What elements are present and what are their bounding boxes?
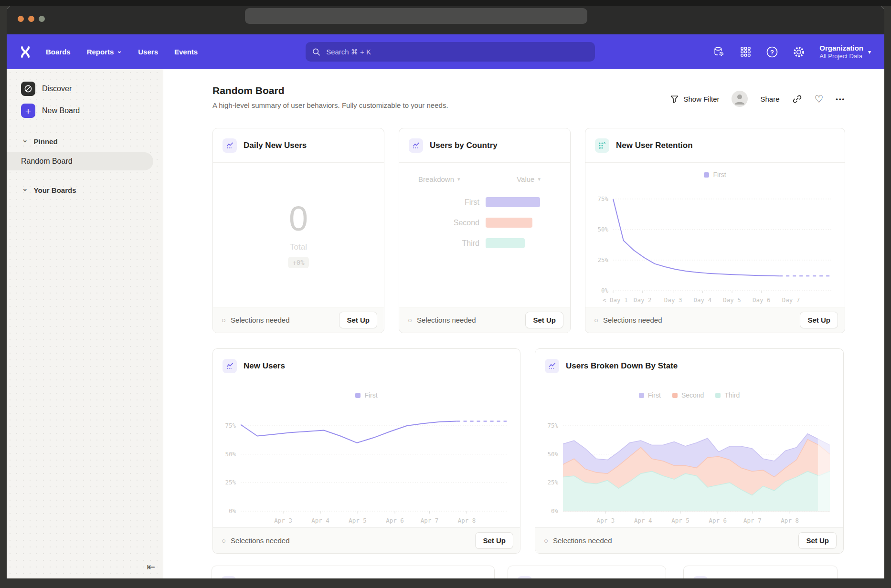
status-circle-icon: ○ bbox=[408, 316, 412, 324]
svg-text:50%: 50% bbox=[225, 451, 236, 458]
set-up-button[interactable]: Set Up bbox=[525, 312, 563, 328]
table-row: First bbox=[399, 192, 570, 212]
data-management-icon[interactable] bbox=[712, 46, 725, 58]
chart-legend: First bbox=[585, 163, 845, 179]
sidebar-item-label: New Board bbox=[42, 106, 80, 115]
nav-menu: Boards Reports ⌄ Users Events bbox=[46, 48, 198, 56]
nav-item-events[interactable]: Events bbox=[174, 48, 198, 56]
page-title: Random Board bbox=[212, 85, 448, 96]
nav-item-label: Events bbox=[174, 48, 198, 56]
svg-text:Day 2: Day 2 bbox=[634, 296, 652, 304]
legend-entry: Second bbox=[672, 391, 704, 399]
card-stacked-line-graph: Stacked Line Graph bbox=[212, 566, 495, 578]
status-circle-icon: ○ bbox=[222, 316, 226, 324]
set-up-button[interactable]: Set Up bbox=[339, 312, 377, 328]
sidebar-collapse-button[interactable]: ⇤ bbox=[147, 561, 155, 573]
nav-item-users[interactable]: Users bbox=[138, 48, 158, 56]
metric-label: Total bbox=[290, 242, 307, 252]
sidebar-item-label: Discover bbox=[42, 84, 72, 93]
retention-grid-icon bbox=[595, 138, 609, 153]
url-bar[interactable] bbox=[245, 8, 587, 24]
card-status: ○ Selections needed bbox=[408, 316, 476, 324]
global-search[interactable] bbox=[306, 42, 595, 62]
table-row: Third bbox=[399, 233, 570, 253]
favorite-heart-icon[interactable]: ♡ bbox=[815, 94, 824, 104]
svg-text:Day 3: Day 3 bbox=[664, 296, 682, 304]
card-status: ○ Selections needed bbox=[222, 536, 290, 545]
caret-down-icon: ▾ bbox=[457, 176, 460, 182]
svg-text:25%: 25% bbox=[597, 256, 608, 263]
svg-text:Apr 6: Apr 6 bbox=[386, 517, 404, 524]
sidebar-item-label: Random Board bbox=[21, 157, 73, 166]
org-project-switcher[interactable]: Organization All Project Data ▾ bbox=[819, 43, 871, 60]
set-up-button[interactable]: Set Up bbox=[475, 532, 513, 549]
svg-text:Apr 4: Apr 4 bbox=[634, 517, 652, 524]
plus-icon: + bbox=[21, 104, 35, 118]
show-filter-button[interactable]: Show Filter bbox=[670, 94, 719, 104]
retention-line-chart: 0%25%50%75%< Day 1Day 2Day 3Day 4Day 5Da… bbox=[585, 187, 845, 307]
set-up-button[interactable]: Set Up bbox=[798, 532, 837, 549]
svg-text:75%: 75% bbox=[225, 422, 236, 429]
search-icon bbox=[312, 48, 320, 56]
nav-right-group: ? Organization All Project Data ▾ bbox=[712, 34, 871, 69]
chevron-down-icon: ⌄ bbox=[22, 137, 28, 142]
svg-text:Day 5: Day 5 bbox=[723, 296, 741, 304]
link-icon bbox=[792, 94, 802, 104]
legend-entry: Third bbox=[715, 391, 740, 399]
svg-text:0%: 0% bbox=[229, 507, 236, 514]
apps-grid-icon[interactable] bbox=[739, 46, 752, 58]
sidebar-item-random-board[interactable]: Random Board bbox=[7, 152, 153, 170]
more-options-button[interactable]: ••• bbox=[836, 95, 845, 103]
line-chart-icon bbox=[222, 576, 236, 578]
mixpanel-logo-icon[interactable] bbox=[19, 46, 32, 58]
value-bar bbox=[486, 197, 540, 207]
card-title: Users by Country bbox=[430, 141, 498, 150]
sidebar-section-label: Your Boards bbox=[34, 186, 76, 194]
nav-item-boards[interactable]: Boards bbox=[46, 48, 71, 56]
help-icon[interactable]: ? bbox=[766, 46, 778, 58]
metric-delta-badge: ↑0% bbox=[288, 257, 308, 268]
breakdown-dropdown[interactable]: Breakdown ▾ bbox=[418, 175, 460, 183]
browser-titlebar bbox=[7, 6, 884, 34]
avatar[interactable] bbox=[732, 91, 748, 107]
sidebar-item-new-board[interactable]: + New Board bbox=[7, 100, 163, 122]
board-main: Random Board A high-level summary of use… bbox=[163, 69, 884, 578]
set-up-button[interactable]: Set Up bbox=[800, 312, 838, 328]
svg-text:Apr 5: Apr 5 bbox=[349, 517, 367, 524]
card-title: Daily New Users bbox=[244, 141, 307, 150]
svg-text:50%: 50% bbox=[597, 226, 608, 233]
nav-item-reports[interactable]: Reports ⌄ bbox=[87, 48, 122, 56]
status-circle-icon: ○ bbox=[594, 316, 598, 324]
compass-icon bbox=[21, 82, 35, 96]
settings-gear-icon[interactable] bbox=[793, 46, 805, 58]
card-title: New User Retention bbox=[616, 141, 693, 150]
search-input[interactable] bbox=[325, 47, 588, 56]
zoom-window-button[interactable] bbox=[39, 16, 45, 22]
card-title: Users Broken Down By State bbox=[566, 361, 678, 371]
card-new-user-retention: New User Retention First 0%25%50%75%< Da… bbox=[585, 128, 845, 333]
legend-entry: First bbox=[704, 171, 726, 178]
sidebar-item-discover[interactable]: Discover bbox=[7, 78, 163, 100]
traffic-lights bbox=[18, 16, 45, 22]
svg-text:25%: 25% bbox=[547, 479, 558, 486]
line-chart-icon bbox=[409, 138, 423, 153]
sidebar-section-pinned[interactable]: ⌄ Pinned bbox=[7, 133, 163, 149]
svg-text:Apr 6: Apr 6 bbox=[709, 517, 727, 524]
card-active-users: Active Users bbox=[683, 566, 838, 578]
sidebar-section-your-boards[interactable]: ⌄ Your Boards bbox=[7, 182, 163, 198]
line-chart-icon bbox=[223, 359, 237, 373]
top-navbar: Boards Reports ⌄ Users Events bbox=[7, 34, 884, 69]
minimize-window-button[interactable] bbox=[28, 16, 34, 22]
svg-text:< Day 1: < Day 1 bbox=[603, 296, 628, 304]
value-dropdown[interactable]: Value ▾ bbox=[517, 175, 541, 183]
org-project: All Project Data bbox=[819, 52, 863, 60]
value-bar bbox=[486, 218, 532, 228]
copy-link-button[interactable] bbox=[792, 94, 802, 104]
svg-text:75%: 75% bbox=[597, 195, 608, 202]
org-name: Organization bbox=[819, 43, 863, 52]
close-window-button[interactable] bbox=[18, 16, 24, 22]
svg-text:Apr 3: Apr 3 bbox=[274, 517, 292, 524]
share-button[interactable]: Share bbox=[760, 95, 779, 103]
line-chart-icon bbox=[223, 138, 237, 153]
line-chart-icon bbox=[693, 576, 708, 578]
